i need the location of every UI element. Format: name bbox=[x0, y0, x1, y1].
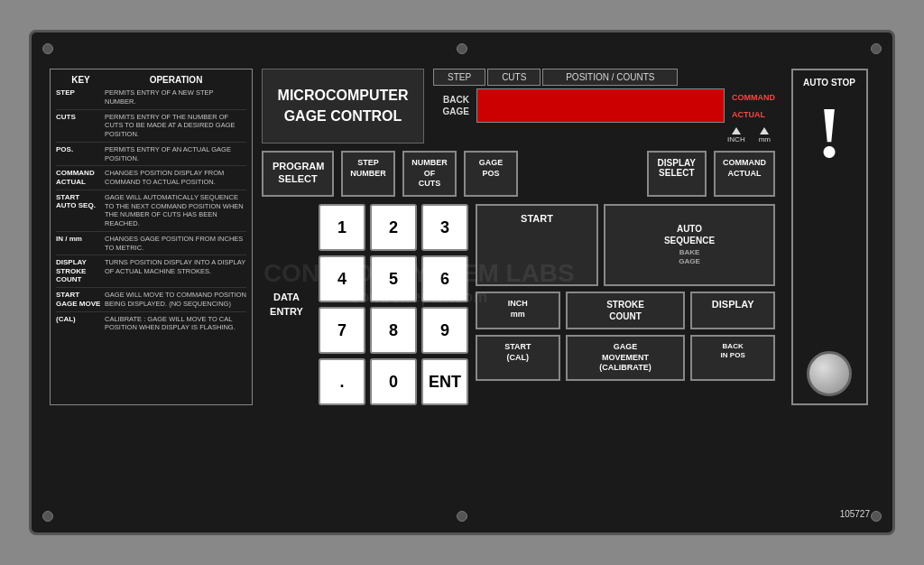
top-area: MICROCOMPUTER GAGE CONTROL STEP CUTS POS… bbox=[262, 69, 775, 144]
key-row-desc: GAGE WILL AUTOMATICALLY SEQUENCE TO THE … bbox=[105, 193, 246, 228]
key-row-desc: PERMITS ENTRY OF THE NUMBER OF CUTS TO B… bbox=[105, 113, 246, 139]
key-operation-row: IN / mm CHANGES GAGE POSITION FROM INCHE… bbox=[56, 235, 246, 256]
key-row-desc: PERMITS ENTRY OF A NEW STEP NUMBER. bbox=[105, 88, 246, 107]
part-number: 105727 bbox=[840, 509, 870, 519]
right-row-1: START AUTO SEQUENCE BAKE GAGE bbox=[476, 204, 775, 286]
key-operation-row: POS. PERMITS ENTRY OF AN ACTUAL GAGE POS… bbox=[56, 145, 246, 167]
screw-tr bbox=[871, 43, 882, 54]
key-column-header: KEY bbox=[56, 75, 106, 85]
command-actual-labels: COMMAND ACTUAL bbox=[732, 88, 775, 123]
key-operation-row: CUTS PERMITS ENTRY OF THE NUMBER OF CUTS… bbox=[56, 113, 246, 143]
key-row-label: IN / mm bbox=[56, 235, 101, 253]
keypad-section: DATAENTRY 123456789.0ENT bbox=[262, 204, 468, 405]
auto-stop-border: AUTO STOP ! bbox=[791, 69, 868, 405]
mm-text: mm bbox=[759, 135, 771, 144]
stroke-count-button[interactable]: STROKE COUNT bbox=[566, 292, 686, 329]
inch-mm-button[interactable]: INCH mm bbox=[476, 292, 560, 329]
back-gage-label: BACKGAGE bbox=[433, 94, 469, 117]
screw-br bbox=[871, 511, 882, 522]
start-button[interactable]: START bbox=[476, 204, 598, 286]
right-row-3: START (CAL) GAGE MOVEMENT (CALIBRATE) BA… bbox=[476, 335, 775, 381]
key-row-label: CUTS bbox=[56, 113, 101, 139]
keypad-key-ENT[interactable]: ENT bbox=[421, 358, 468, 405]
keypad-key-4[interactable]: 4 bbox=[319, 255, 365, 302]
keypad-key-5[interactable]: 5 bbox=[370, 255, 417, 302]
screw-bl bbox=[42, 511, 53, 522]
tab-cuts[interactable]: CUTS bbox=[487, 69, 541, 86]
inch-mm-row: INCH mm bbox=[433, 127, 775, 144]
inch-indicator: INCH bbox=[727, 127, 745, 144]
gage-movement-button[interactable]: GAGE MOVEMENT (CALIBRATE) bbox=[566, 335, 686, 381]
actual-label: ACTUAL bbox=[732, 110, 775, 119]
screw-tm bbox=[457, 43, 467, 54]
operation-column-header: OPERATION bbox=[106, 75, 246, 85]
keypad-key-0[interactable]: 0 bbox=[370, 358, 417, 405]
key-row-label: (CAL) bbox=[56, 315, 101, 333]
keypad-key-3[interactable]: 3 bbox=[421, 204, 468, 251]
number-of-cuts-button[interactable]: NUMBER OF CUTS bbox=[402, 151, 457, 197]
key-row-desc: CHANGES POSITION DISPLAY FROM COMMAND TO… bbox=[105, 169, 246, 187]
stop-knob[interactable] bbox=[807, 351, 852, 396]
key-row-desc: GAGE WILL MOVE TO COMMAND POSITION BEING… bbox=[105, 291, 246, 309]
keypad-key-1[interactable]: 1 bbox=[319, 204, 365, 251]
keypad-key-8[interactable]: 8 bbox=[370, 307, 417, 354]
right-row-2: INCH mm STROKE COUNT DISPLAY bbox=[476, 292, 775, 329]
keypad-key-7[interactable]: 7 bbox=[319, 307, 365, 354]
tab-step[interactable]: STEP bbox=[433, 69, 485, 86]
key-row-label: DISPLAY STROKE COUNT bbox=[56, 258, 101, 284]
key-row-desc: CHANGES GAGE POSITION FROM INCHES TO MET… bbox=[105, 235, 246, 253]
back-in-pos-button[interactable]: BACK IN POS bbox=[690, 335, 775, 381]
controls-row: PROGRAM SELECT STEP NUMBER NUMBER OF CUT… bbox=[262, 151, 775, 197]
key-row-label: COMMAND ACTUAL bbox=[56, 169, 101, 187]
gage-pos-button[interactable]: GAGE POS bbox=[464, 151, 518, 197]
command-label: COMMAND bbox=[732, 93, 775, 102]
back-gage-row: BACKGAGE COMMAND ACTUAL bbox=[433, 88, 775, 123]
display-select-button[interactable]: DISPLAY SELECT bbox=[647, 151, 707, 197]
key-operation-row: START GAGE MOVE GAGE WILL MOVE TO COMMAN… bbox=[56, 291, 246, 312]
right-buttons-section: START AUTO SEQUENCE BAKE GAGE INCH mm ST… bbox=[476, 204, 775, 405]
keypad-key-.[interactable]: . bbox=[319, 358, 365, 405]
key-operation-row: DISPLAY STROKE COUNT TURNS POSITION DISP… bbox=[56, 258, 246, 288]
main-panel: CONTROL SYSTEM LABS controlrepair.com KE… bbox=[29, 30, 895, 535]
panel-title: MICROCOMPUTER GAGE CONTROL bbox=[278, 86, 409, 126]
tab-position[interactable]: POSITION / COUNTS bbox=[542, 69, 678, 86]
key-row-label: START GAGE MOVE bbox=[56, 291, 101, 309]
key-row-desc: PERMITS ENTRY OF AN ACTUAL GAGE POSITION… bbox=[105, 145, 246, 163]
key-operation-row: (CAL) CALIBRATE : GAGE WILL MOVE TO CAL … bbox=[56, 315, 246, 336]
program-select-button[interactable]: PROGRAM SELECT bbox=[262, 151, 334, 197]
key-operation-table: KEY OPERATION STEP PERMITS ENTRY OF A NE… bbox=[50, 69, 253, 405]
start-cal-button[interactable]: START (CAL) bbox=[476, 335, 560, 381]
display-tabs: STEP CUTS POSITION / COUNTS bbox=[433, 69, 775, 86]
bottom-area: DATAENTRY 123456789.0ENT START AUTO SEQU… bbox=[262, 204, 775, 405]
inch-text: INCH bbox=[727, 135, 745, 144]
screw-bm bbox=[457, 511, 467, 522]
inch-triangle bbox=[732, 127, 741, 134]
key-row-label: STEP bbox=[56, 88, 101, 107]
keypad-grid: 123456789.0ENT bbox=[319, 204, 468, 405]
screw-tl bbox=[42, 43, 53, 54]
display-screen bbox=[476, 88, 725, 123]
auto-stop-section: AUTO STOP ! bbox=[784, 69, 874, 405]
keypad-key-6[interactable]: 6 bbox=[421, 255, 468, 302]
key-operation-row: COMMAND ACTUAL CHANGES POSITION DISPLAY … bbox=[56, 169, 246, 190]
title-box: MICROCOMPUTER GAGE CONTROL bbox=[262, 69, 424, 144]
key-row-label: POS. bbox=[56, 145, 101, 163]
display-button[interactable]: DISPLAY bbox=[690, 292, 775, 329]
key-row-desc: CALIBRATE : GAGE WILL MOVE TO CAL POSITI… bbox=[105, 315, 246, 333]
mm-indicator: mm bbox=[759, 127, 771, 144]
key-operation-row: START AUTO SEQ. GAGE WILL AUTOMATICALLY … bbox=[56, 193, 246, 232]
exclamation-mark: ! bbox=[818, 97, 842, 169]
auto-sequence-button[interactable]: AUTO SEQUENCE BAKE GAGE bbox=[604, 204, 775, 286]
key-operation-row: STEP PERMITS ENTRY OF A NEW STEP NUMBER. bbox=[56, 88, 246, 110]
data-entry-label: DATAENTRY bbox=[262, 291, 311, 319]
mm-triangle bbox=[760, 127, 769, 134]
auto-stop-label: AUTO STOP bbox=[803, 78, 855, 88]
command-actual-button[interactable]: COMMAND ACTUAL bbox=[714, 151, 775, 197]
center-section: MICROCOMPUTER GAGE CONTROL STEP CUTS POS… bbox=[262, 69, 775, 405]
keypad-key-9[interactable]: 9 bbox=[421, 307, 468, 354]
keypad-key-2[interactable]: 2 bbox=[370, 204, 417, 251]
key-row-desc: TURNS POSITION DISPLAY INTO A DISPLAY OF… bbox=[105, 258, 246, 284]
key-row-label: START AUTO SEQ. bbox=[56, 193, 101, 228]
step-number-button[interactable]: STEP NUMBER bbox=[341, 151, 395, 197]
